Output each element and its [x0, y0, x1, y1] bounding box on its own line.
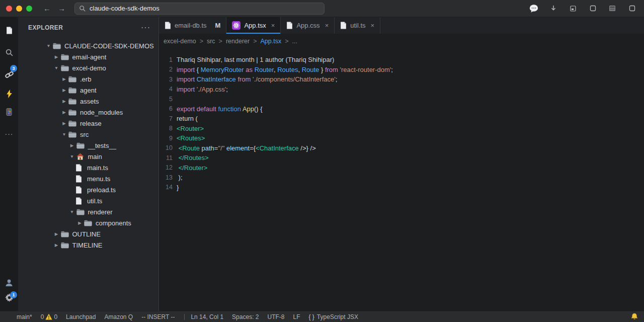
status-indentation[interactable]: Spaces: 2: [232, 313, 259, 320]
code-line-1[interactable]: 1Thariq Shihipar, last month | 1 author …: [159, 55, 644, 65]
minimize-window-button[interactable]: [16, 6, 22, 12]
tree-item-label: node_modules: [80, 109, 123, 116]
tab-util.ts[interactable]: util.ts×: [335, 17, 380, 34]
tab-app.tsx[interactable]: App.tsx×: [226, 17, 281, 34]
status-encoding[interactable]: UTF-8: [267, 313, 284, 320]
breadcrumb-part[interactable]: App.tsx: [260, 38, 281, 45]
activity-source-control-button[interactable]: 3: [0, 64, 18, 87]
zoom-window-button[interactable]: [26, 6, 32, 12]
tree-item-release[interactable]: ▶release: [18, 118, 158, 129]
close-window-button[interactable]: [6, 6, 12, 12]
status-launchpad[interactable]: Launchpad: [66, 313, 96, 320]
tree-item-preload.ts[interactable]: preload.ts: [18, 184, 158, 195]
activity-more-actions-button[interactable]: ···: [0, 123, 18, 145]
code-line-8[interactable]: 8<Router>: [159, 124, 644, 134]
maximize-icon[interactable]: [588, 4, 598, 14]
tree-item-main.ts[interactable]: main.ts: [18, 162, 158, 173]
tree-item-.erb[interactable]: ▶.erb: [18, 73, 158, 85]
tree-item-components[interactable]: ▶components: [18, 217, 158, 228]
download-icon[interactable]: [548, 4, 558, 14]
search-icon: [5, 48, 14, 58]
chevron-expanded-icon: ▼: [68, 154, 76, 159]
explorer-more-actions-button[interactable]: ···: [141, 23, 150, 32]
notifications-bell-icon[interactable]: [631, 313, 638, 320]
chevron-collapsed-icon: ▶: [60, 110, 68, 115]
status-vim-mode[interactable]: -- INSERT --: [141, 313, 175, 320]
restore-window-icon[interactable]: [568, 4, 578, 14]
breadcrumb-part[interactable]: src: [207, 38, 215, 45]
tab-app.css[interactable]: App.css×: [281, 17, 335, 34]
lightning-icon: [6, 90, 13, 100]
code-line-6[interactable]: 6export default function App() {: [159, 104, 644, 114]
code-editor[interactable]: 1Thariq Shihipar, last month | 1 author …: [159, 49, 644, 192]
activity-account-button[interactable]: [0, 276, 18, 291]
status-problems[interactable]: 00: [41, 313, 57, 320]
explorer-title: EXPLORER: [28, 24, 63, 31]
status-label: Amazon Q: [104, 313, 133, 320]
tree-item-main[interactable]: ▼main: [18, 151, 158, 162]
activity-extension-lightning-button[interactable]: [0, 87, 18, 103]
breadcrumb-part[interactable]: renderer: [226, 38, 250, 45]
status-amazon-q[interactable]: Amazon Q: [104, 313, 133, 320]
close-icon[interactable]: ×: [271, 22, 275, 29]
status-cursor-position[interactable]: Ln 14, Col 1: [191, 313, 223, 320]
code-line-7[interactable]: 7return (: [159, 114, 644, 124]
code-line-13[interactable]: 13 );: [159, 173, 644, 183]
code-line-text: import { MemoryRouter as Router, Routes,…: [173, 66, 393, 73]
chevron-expanded-icon: ▼: [68, 209, 76, 214]
close-icon[interactable]: ×: [371, 22, 375, 29]
close-icon[interactable]: ×: [325, 22, 329, 29]
breadcrumb-part[interactable]: excel-demo: [164, 38, 196, 45]
tree-item-label: components: [96, 219, 131, 227]
tree-item-__tests__[interactable]: ▶__tests__: [18, 140, 158, 151]
line-number: 9: [159, 135, 173, 142]
tree-item-node_modules[interactable]: ▶node_modules: [18, 107, 158, 118]
tree-item-assets[interactable]: ▶assets: [18, 96, 158, 107]
back-button[interactable]: ←: [43, 4, 51, 13]
code-line-3[interactable]: 3import ChatInterface from './components…: [159, 74, 644, 85]
status-git-branch[interactable]: main*: [17, 313, 32, 320]
code-line-9[interactable]: 9<Routes>: [159, 133, 644, 143]
tree-item-agent[interactable]: ▶agent: [18, 85, 158, 96]
tab-label: App.css: [296, 22, 319, 29]
window-title-search[interactable]: claude-code-sdk-demos: [74, 3, 325, 15]
forward-button[interactable]: →: [58, 4, 65, 13]
code-line-12[interactable]: 12 </Router>: [159, 163, 644, 173]
breadcrumb-separator: >: [285, 38, 288, 45]
warnings-count: 0: [54, 313, 57, 320]
tree-item-timeline[interactable]: ▶TIMELINE: [18, 239, 158, 251]
code-line-10[interactable]: 10 <Route path="/" element={<ChatInterfa…: [159, 143, 644, 153]
tree-item-src[interactable]: ▼src: [18, 129, 158, 140]
code-line-2[interactable]: 2import { MemoryRouter as Router, Routes…: [159, 65, 644, 75]
code-line-14[interactable]: 14}: [159, 183, 644, 193]
activity-explorer-button[interactable]: [0, 20, 18, 42]
activity-extension-colors-button[interactable]: [0, 103, 18, 123]
folder-icon: [68, 76, 76, 83]
status-eol[interactable]: LF: [293, 313, 300, 320]
tree-item-excel-demo[interactable]: ▼excel-demo: [18, 62, 158, 73]
tree-item-menu.ts[interactable]: menu.ts: [18, 173, 158, 184]
token: export: [177, 105, 195, 113]
code-line-11[interactable]: 11 </Routes>: [159, 153, 644, 163]
token: import: [177, 75, 195, 83]
activity-search-button[interactable]: [0, 42, 18, 64]
tree-item-outline[interactable]: ▶OUTLINE: [18, 228, 158, 239]
token: App: [243, 105, 254, 113]
code-line-text: </Routes>: [173, 154, 209, 162]
tab-label: App.tsx: [244, 22, 266, 29]
account-icon: [5, 278, 14, 289]
tab-email-db.ts[interactable]: email-db.tsM: [159, 17, 226, 34]
chat-bubble-icon[interactable]: [529, 4, 539, 14]
breadcrumb-part[interactable]: ...: [292, 38, 297, 45]
token: }: [177, 184, 179, 191]
split-window-icon[interactable]: [607, 4, 617, 14]
code-line-5[interactable]: 5: [159, 94, 644, 104]
tree-item-claude-code-sdk-demos[interactable]: ▼CLAUDE-CODE-SDK-DEMOS: [18, 40, 158, 51]
status-language-mode[interactable]: { }TypeScript JSX: [309, 313, 358, 320]
window-icon[interactable]: [627, 4, 637, 14]
tree-item-email-agent[interactable]: ▶email-agent: [18, 51, 158, 62]
tree-item-util.ts[interactable]: util.ts: [18, 195, 158, 206]
tree-item-renderer[interactable]: ▼renderer: [18, 206, 158, 217]
code-line-4[interactable]: 4import './App.css';: [159, 85, 644, 95]
activity-settings-button[interactable]: 1: [0, 291, 18, 306]
